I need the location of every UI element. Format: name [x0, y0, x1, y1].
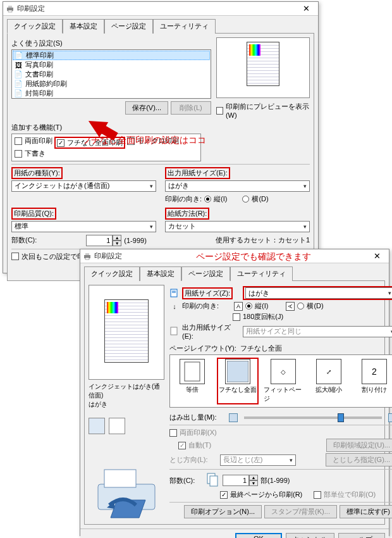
layout-value: フチなし全面 — [240, 344, 282, 353]
unit-checkbox[interactable]: 部単位で印刷(O) — [314, 490, 376, 499]
orient-landscape-radio[interactable]: 横(D) — [242, 194, 268, 204]
list-item: 📄用紙節約印刷 — [13, 79, 210, 89]
feed-select[interactable]: カセット▾ — [165, 221, 310, 232]
out-size-label: 出力用紙サイズ(E): — [168, 169, 228, 177]
close-icon[interactable]: ✕ — [367, 251, 386, 262]
tab-basic[interactable]: 基本設定 — [140, 266, 181, 281]
chevron-down-icon: ▾ — [388, 290, 391, 296]
ext-min-icon — [229, 413, 238, 422]
printer-illustration — [89, 449, 164, 532]
page-icon — [169, 327, 180, 337]
svg-rect-1 — [8, 6, 12, 8]
orient-landscape-radio[interactable]: 横(D) — [297, 301, 323, 311]
bind-select[interactable]: 長辺とじ(左)▾ — [220, 454, 296, 466]
freq-listbox[interactable]: 📄標準印刷 🖼写真印刷 📄文書印刷 📄用紙節約印刷 📄封筒印刷 — [11, 49, 211, 99]
doc-icon: 📄 — [14, 90, 23, 97]
paper-size-label: 用紙サイズ(Z): — [185, 289, 230, 297]
layout-item-normal[interactable]: 等倍 — [173, 359, 212, 403]
delete-button[interactable]: 削除(L) — [171, 101, 211, 115]
layout-label: ページレイアウト(Y): — [169, 344, 238, 353]
tab-basic[interactable]: 基本設定 — [63, 19, 104, 34]
duplex-checkbox[interactable]: 両面印刷(X) — [169, 428, 217, 437]
page-icon — [169, 289, 180, 297]
help-button[interactable]: ヘルプ — [338, 533, 385, 538]
printer-icon — [6, 4, 15, 13]
view-mode-button-2[interactable] — [109, 418, 125, 434]
preview-pane — [89, 285, 164, 380]
stamp-button[interactable]: スタンプ/背景(K)... — [264, 505, 337, 518]
add-func-label: 追加する機能(T) — [11, 123, 310, 132]
copies-label: 部数(C): — [11, 235, 37, 245]
chevron-down-icon: ▾ — [290, 457, 293, 463]
copies-label: 部数(C): — [169, 476, 201, 485]
preview-checkbox[interactable]: 印刷前にプレビューを表示(W) — [216, 102, 310, 119]
save-button[interactable]: 保存(V)... — [125, 101, 168, 115]
ok-button[interactable]: OK — [235, 533, 282, 538]
tab-quick[interactable]: クイック設定 — [84, 266, 140, 281]
photo-icon: 🖼 — [14, 61, 23, 69]
svg-rect-4 — [85, 253, 89, 255]
margin-button[interactable]: とじしろ指定(G)... — [326, 453, 392, 466]
tab-utility[interactable]: ユーティリティ — [153, 19, 216, 34]
duplex-checkbox[interactable]: 両面印刷 — [15, 136, 52, 146]
svg-rect-5 — [85, 258, 89, 260]
landscape-a-icon: A — [286, 302, 295, 311]
tab-page[interactable]: ページ設定 — [181, 266, 230, 281]
tab-quick[interactable]: クイック設定 — [7, 19, 63, 34]
feed-label: 給紙方法(R): — [168, 210, 207, 217]
paper-size-select[interactable]: はがき▾ — [245, 287, 392, 299]
doc-icon: 📄 — [15, 52, 23, 59]
chevron-down-icon: ▾ — [150, 183, 153, 189]
copies-spinner[interactable]: 1 ▲▼ — [223, 475, 258, 486]
draft-checkbox[interactable]: 下書き — [15, 149, 46, 158]
layout-item-scale[interactable]: ⤢拡大/縮小 — [309, 359, 348, 403]
svg-rect-17 — [210, 476, 217, 486]
spin-up-icon[interactable]: ▲ — [113, 235, 121, 241]
spin-up-icon[interactable]: ▲ — [249, 475, 258, 480]
list-item: 📄封筒印刷 — [13, 89, 210, 98]
layout-item-borderless[interactable]: フチなし全面 — [218, 359, 257, 403]
rotate180-checkbox[interactable]: 180度回転(J) — [233, 312, 283, 322]
dialog2-tabs: クイック設定 基本設定 ページ設定 ユーティリティ — [80, 263, 389, 280]
paper-type-select[interactable]: インクジェットはがき(通信面)▾ — [11, 180, 156, 192]
auto-checkbox[interactable]: ✓自動(T) — [169, 441, 211, 450]
spin-down-icon[interactable]: ▼ — [113, 241, 121, 246]
portrait-a-icon: A — [234, 302, 243, 311]
spin-down-icon[interactable]: ▼ — [249, 480, 258, 486]
orient-portrait-radio[interactable]: 縦(I) — [245, 301, 268, 311]
layout-item-nup[interactable]: 2割り付け — [355, 359, 392, 403]
print-area-button[interactable]: 印刷領域設定(U)... — [326, 439, 392, 452]
last-page-checkbox[interactable]: ✓最終ページから印刷(R) — [220, 490, 302, 499]
preview-caption-2: はがき — [89, 400, 164, 409]
out-size-select[interactable]: はがき▾ — [165, 180, 310, 192]
list-item: 🖼写真印刷 — [13, 60, 210, 70]
close-icon[interactable]: ✕ — [297, 3, 315, 15]
ext-max-icon — [388, 413, 392, 422]
out-size-select[interactable]: 用紙サイズと同じ▾ — [243, 326, 392, 337]
orient-icon: ↓ — [169, 303, 180, 310]
cassette-label: 使用するカセット：カセット1 — [216, 235, 310, 245]
print-options-button[interactable]: 印刷オプション(N)... — [184, 505, 262, 518]
annotation-text-1: フチなし全面印刷の設定はココ — [82, 135, 206, 146]
svg-rect-14 — [185, 362, 200, 381]
quality-select[interactable]: 標準▾ — [11, 221, 156, 232]
list-item: 📄標準印刷 — [13, 51, 210, 60]
tab-page[interactable]: ページ設定 — [104, 19, 153, 34]
doc-icon: 📄 — [14, 80, 23, 88]
layout-item-fit[interactable]: ◇フィットページ — [264, 359, 303, 403]
dialog1-tabs: クイック設定 基本設定 ページ設定 ユーティリティ — [3, 16, 318, 33]
svg-rect-10 — [171, 289, 177, 297]
freq-label: よく使う設定(S) — [11, 39, 211, 48]
bind-label: とじ方向(L): — [169, 455, 217, 465]
extension-slider[interactable] — [244, 416, 382, 419]
orient-label: 印刷の向き: — [182, 301, 231, 311]
quality-label: 印刷品質(Q): — [14, 210, 54, 217]
defaults-button[interactable]: 標準に戻す(F) — [340, 505, 392, 518]
cancel-button[interactable]: キャンセル — [286, 533, 334, 538]
view-mode-button-1[interactable] — [89, 418, 105, 434]
copies-spinner[interactable]: 1 ▲▼ — [86, 235, 121, 246]
preview-pane — [216, 37, 310, 98]
orient-portrait-radio[interactable]: 縦(I) — [204, 194, 227, 204]
tab-utility[interactable]: ユーティリティ — [230, 266, 293, 281]
paper-type-label: 用紙の種類(Y): — [14, 169, 60, 177]
